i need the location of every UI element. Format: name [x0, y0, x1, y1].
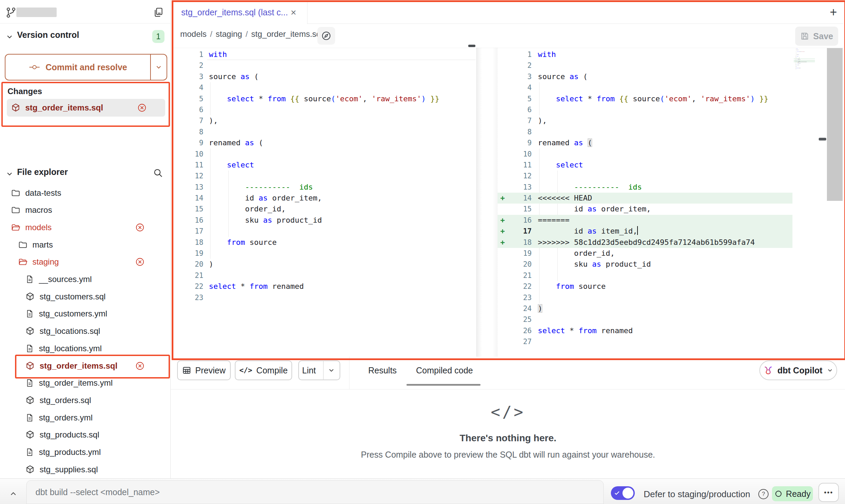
- copy-icon[interactable]: [153, 7, 164, 18]
- tab-close-icon[interactable]: ×: [291, 7, 296, 18]
- code-line[interactable]: 22select * from renamed: [172, 281, 476, 292]
- code-line[interactable]: 21: [172, 270, 476, 281]
- code-line[interactable]: 27: [794, 69, 815, 69]
- file-explorer-item-stg_products.yml[interactable]: stg_products.yml: [0, 444, 170, 461]
- code-line[interactable]: 19 order_id,: [498, 248, 792, 259]
- code-line[interactable]: 5 select * from {{ source('ecom', 'raw_i…: [172, 93, 476, 104]
- code-line[interactable]: 1with: [172, 49, 476, 60]
- file-explorer-item-stg_orders.yml[interactable]: stg_orders.yml: [0, 409, 170, 426]
- code-line[interactable]: 20): [172, 259, 476, 270]
- defer-toggle[interactable]: [611, 486, 635, 500]
- code-line[interactable]: 8: [172, 127, 476, 137]
- dbt-copilot-button[interactable]: dbt Copilot: [759, 360, 837, 380]
- code-line[interactable]: 8: [498, 127, 792, 137]
- preview-button[interactable]: Preview: [177, 360, 231, 380]
- file-explorer-item-marts[interactable]: marts: [0, 236, 170, 253]
- file-explorer-item-stg_locations.yml[interactable]: stg_locations.yml: [0, 340, 170, 357]
- file-explorer-chevron-icon[interactable]: [5, 170, 14, 178]
- code-line[interactable]: 18 from source: [172, 237, 476, 248]
- lint-button[interactable]: Lint: [298, 360, 340, 380]
- code-line[interactable]: 25: [498, 314, 792, 325]
- code-line[interactable]: 2: [172, 60, 476, 71]
- code-line[interactable]: 26select * from renamed: [498, 325, 792, 336]
- code-line[interactable]: 17: [172, 226, 476, 237]
- code-line[interactable]: 23: [172, 292, 476, 303]
- new-tab-icon[interactable]: +: [826, 5, 841, 20]
- code-line[interactable]: 5 select * from {{ source('ecom', 'raw_i…: [498, 93, 792, 104]
- changed-file-row[interactable]: stg_order_items.sql: [7, 99, 165, 117]
- save-button[interactable]: Save: [795, 27, 838, 46]
- code-line[interactable]: 1with: [498, 49, 792, 60]
- file-explorer-item-macros[interactable]: macros: [0, 202, 170, 219]
- conflict-x-circle-icon[interactable]: [137, 103, 147, 113]
- breadcrumb-segment[interactable]: staging: [216, 29, 242, 39]
- code-line[interactable]: 16 sku as product_id: [172, 215, 476, 226]
- more-options-button[interactable]: •••: [818, 483, 839, 502]
- help-icon[interactable]: ?: [758, 489, 769, 499]
- code-line[interactable]: 23: [498, 292, 792, 303]
- file-explorer-item-stg_order_items.yml[interactable]: stg_order_items.yml: [0, 374, 170, 392]
- expand-caret-icon[interactable]: [8, 489, 18, 499]
- code-line[interactable]: 15 id as order_item,: [498, 204, 792, 214]
- conflict-x-circle-icon[interactable]: [135, 223, 145, 232]
- file-explorer-item-__sources.yml[interactable]: __sources.yml: [0, 271, 170, 288]
- code-line[interactable]: 12: [172, 171, 476, 181]
- commit-options-caret[interactable]: [150, 55, 167, 80]
- file-explorer-item-models[interactable]: models: [0, 219, 170, 236]
- command-input[interactable]: dbt build --select <model_name>: [26, 480, 604, 504]
- lint-button-label[interactable]: Lint: [299, 366, 319, 375]
- code-line[interactable]: 2: [498, 60, 792, 71]
- code-line[interactable]: 6: [498, 104, 792, 115]
- file-explorer-item-stg_orders.sql[interactable]: stg_orders.sql: [0, 391, 170, 409]
- breadcrumb-segment[interactable]: models: [180, 29, 206, 39]
- minimap[interactable]: 1with23source as (45 select * from {{ so…: [794, 48, 818, 70]
- code-line[interactable]: 3source as (: [498, 71, 792, 82]
- code-line[interactable]: 10: [172, 149, 476, 160]
- code-line[interactable]: 6: [172, 104, 476, 115]
- compile-button[interactable]: </> Compile: [235, 360, 292, 380]
- code-pane-left[interactable]: 1with23source as (45 select * from {{ so…: [172, 49, 476, 303]
- file-explorer-item-stg_supplies.sql[interactable]: stg_supplies.sql: [0, 461, 170, 478]
- conflict-x-circle-icon[interactable]: [135, 361, 145, 371]
- file-explorer-item-stg_products.sql[interactable]: stg_products.sql: [0, 426, 170, 444]
- file-explorer-item-stg_customers.yml[interactable]: stg_customers.yml: [0, 305, 170, 323]
- code-line[interactable]: 9renamed as (: [172, 137, 476, 148]
- code-line[interactable]: 14+<<<<<<< HEAD: [498, 193, 792, 204]
- lineage-compass-icon[interactable]: [317, 27, 335, 45]
- file-explorer-title[interactable]: File explorer: [17, 167, 68, 177]
- editor-tab[interactable]: stg_order_items.sql (last c... ×: [172, 1, 307, 24]
- code-line[interactable]: 13 ---------- ids: [172, 182, 476, 193]
- search-icon[interactable]: [153, 168, 163, 178]
- code-line[interactable]: 10: [498, 149, 792, 160]
- version-control-chevron-icon[interactable]: [5, 33, 14, 41]
- connection-status-badge[interactable]: Ready: [772, 486, 813, 501]
- code-line[interactable]: 12: [498, 171, 792, 181]
- code-line[interactable]: 17+ id as item_id,: [498, 226, 792, 237]
- code-line[interactable]: 4: [498, 82, 792, 93]
- overview-scrollbar[interactable]: [827, 48, 843, 201]
- code-line[interactable]: 22 from source: [498, 281, 792, 292]
- code-line[interactable]: 4: [172, 82, 476, 93]
- code-pane-right[interactable]: 1with23source as (45 select * from {{ so…: [498, 49, 792, 347]
- file-explorer-item-data-tests[interactable]: data-tests: [0, 184, 170, 202]
- code-line[interactable]: 7),: [498, 115, 792, 126]
- file-explorer-item-stg_order_items.sql[interactable]: stg_order_items.sql: [0, 357, 170, 374]
- code-line[interactable]: 16+=======: [498, 215, 792, 226]
- code-line[interactable]: 11 select: [498, 160, 792, 171]
- commit-and-resolve-button[interactable]: Commit and resolve: [5, 54, 167, 80]
- code-line[interactable]: 13 ---------- ids: [498, 182, 792, 193]
- file-explorer-item-stg_locations.sql[interactable]: stg_locations.sql: [0, 323, 170, 340]
- conflict-x-circle-icon[interactable]: [135, 257, 145, 267]
- code-line[interactable]: 14 id as order_item,: [172, 193, 476, 204]
- file-explorer-item-staging[interactable]: staging: [0, 253, 170, 271]
- tab-results[interactable]: Results: [368, 366, 397, 375]
- code-line[interactable]: 9renamed as (: [498, 137, 792, 148]
- code-line[interactable]: 7),: [172, 115, 476, 126]
- lint-options-caret[interactable]: [323, 361, 340, 380]
- code-line[interactable]: 24): [498, 303, 792, 314]
- tab-compiled-code[interactable]: Compiled code: [416, 366, 473, 375]
- breadcrumb-segment[interactable]: stg_order_items.sql: [251, 29, 323, 39]
- version-control-title[interactable]: Version control: [17, 30, 79, 40]
- right-pane-scrollbar-thumb[interactable]: [819, 138, 826, 140]
- code-line[interactable]: 20 sku as product_id: [498, 259, 792, 270]
